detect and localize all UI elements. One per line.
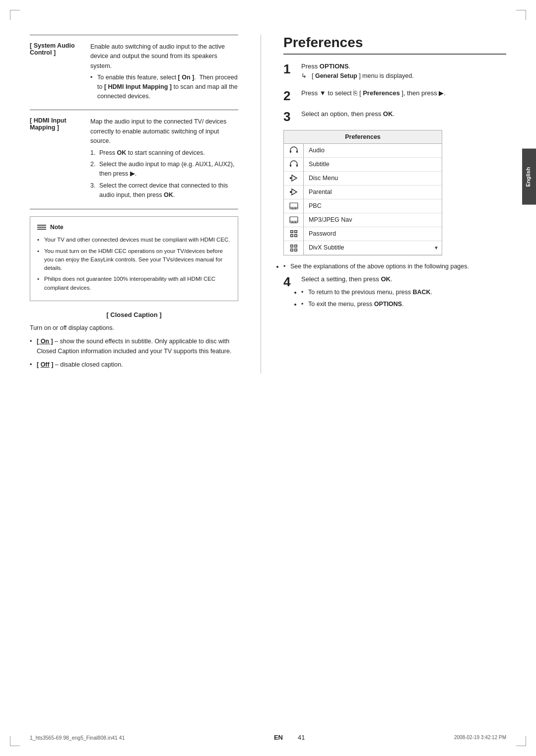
svg-rect-7	[290, 191, 291, 193]
mid-divider	[30, 110, 238, 110]
cc-item-on: [ On ] – show the sound effects in subti…	[30, 337, 238, 356]
step-4: 4 Select a setting, then press OK. To re…	[283, 274, 506, 312]
step-4-bullet-1: To return to the previous menu, press BA…	[301, 287, 506, 297]
svg-rect-30	[291, 245, 292, 247]
prefs-item-subtitle: Subtitle	[304, 158, 442, 172]
steps-container: 1 Press OPTIONS. [ General Setup ] menu …	[283, 62, 506, 312]
system-audio-bullet-1: To enable this feature, select [ On ]. T…	[90, 73, 238, 101]
prefs-item-audio: Audio	[304, 144, 442, 158]
system-audio-intro: Enable auto switching of audio input to …	[90, 42, 238, 71]
step-3-content: Select an option, then press OK.	[301, 109, 506, 119]
svg-rect-25	[295, 235, 296, 237]
prefs-item-mp3: MP3/JPEG Nav	[304, 213, 442, 227]
note-line-3	[37, 229, 46, 230]
note-title: Note	[50, 223, 64, 232]
svg-rect-0	[290, 150, 291, 153]
down-arrow-icon: ▼	[434, 245, 439, 251]
main-layout: [ System Audio Control ] Enable auto swi…	[30, 35, 506, 374]
step-2-content: Press ▼ to select ⎘ [ Preferences ], the…	[301, 88, 506, 98]
step-1-text: Press OPTIONS.	[301, 62, 506, 71]
prefs-icon-subtitle	[284, 158, 303, 172]
note-item-1: Your TV and other connected devices must…	[37, 236, 231, 244]
step-1-content: Press OPTIONS. [ General Setup ] menu is…	[301, 62, 506, 81]
svg-rect-31	[295, 245, 296, 247]
see-explanations-text: See the explanations of the above option…	[283, 261, 506, 271]
prefs-item-pbc: PBC	[304, 199, 442, 213]
prefs-icon-audio	[284, 144, 303, 158]
step-3: 3 Select an option, then press OK.	[283, 109, 506, 123]
note-header: Note	[37, 223, 231, 232]
note-line-1	[37, 225, 46, 226]
svg-rect-3	[296, 164, 298, 167]
svg-marker-6	[292, 189, 297, 195]
system-audio-content: Enable auto switching of audio input to …	[90, 42, 238, 103]
svg-rect-22	[291, 231, 292, 233]
hdmi-step-3: 3. Select the correct device that connec…	[90, 181, 238, 200]
svg-rect-23	[295, 231, 296, 233]
hdmi-input-content: Map the audio input to the connected TV/…	[90, 117, 238, 202]
step-1: 1 Press OPTIONS. [ General Setup ] menu …	[283, 62, 506, 81]
step-2-number: 2	[283, 89, 294, 102]
hdmi-step-1: 1. Press OK to start scanning of devices…	[90, 148, 238, 158]
footer-timestamp: 2008-02-19 3:42:12 PM	[454, 735, 506, 740]
prefs-icons-col	[284, 144, 304, 255]
footer-right-group: EN 41	[274, 734, 305, 741]
prefs-item-divx: DivX Subtitle ▼	[304, 241, 442, 255]
prefs-table-header: Preferences	[284, 130, 442, 144]
step-4-number: 4	[283, 275, 294, 288]
step-3-text: Select an option, then press OK.	[301, 109, 506, 119]
page-number: 41	[298, 734, 305, 741]
prefs-item-password: Password	[304, 227, 442, 241]
step-1-sub: [ General Setup ] menu is displayed.	[301, 71, 506, 81]
svg-rect-13	[290, 217, 298, 223]
note-item-2: You must turn on the HDMI CEC operations…	[37, 247, 231, 273]
prefs-icon-divx	[284, 241, 303, 255]
closed-caption-intro: Turn on or off display captions.	[30, 323, 238, 333]
page-container: [ System Audio Control ] Enable auto swi…	[0, 0, 536, 756]
hdmi-input-intro: Map the audio input to the connected TV/…	[90, 117, 238, 146]
prefs-item-discmenu: Disc Menu	[304, 172, 442, 186]
system-audio-label: [ System Audio Control ]	[30, 42, 84, 103]
section-title: Preferences	[283, 35, 506, 55]
closed-caption-content: Turn on or off display captions. [ On ] …	[30, 323, 238, 370]
svg-rect-24	[291, 235, 292, 237]
svg-rect-1	[296, 150, 298, 153]
svg-rect-5	[290, 177, 291, 179]
prefs-table: Preferences	[283, 130, 442, 255]
prefs-icon-discmenu	[284, 172, 303, 186]
note-icon	[37, 225, 46, 230]
right-column: Preferences 1 Press OPTIONS. [ General S…	[283, 35, 506, 374]
step-1-number: 1	[283, 63, 294, 75]
hdmi-input-label: [ HDMI Input Mapping ]	[30, 117, 84, 202]
note-list: Your TV and other connected devices must…	[37, 236, 231, 292]
step-4-bullet-2: To exit the menu, press OPTIONS.	[301, 299, 506, 309]
info-table: [ System Audio Control ] Enable auto swi…	[30, 42, 238, 202]
step-2: 2 Press ▼ to select ⎘ [ Preferences ], t…	[283, 88, 506, 102]
system-audio-bullets: To enable this feature, select [ On ]. T…	[90, 73, 238, 101]
svg-rect-8	[290, 203, 298, 209]
closed-caption-section: [ Closed Caption ] Turn on or off displa…	[30, 311, 238, 370]
prefs-icon-mp3	[284, 213, 303, 227]
step-4-bullets: To return to the previous menu, press BA…	[301, 287, 506, 309]
hdmi-steps-list: 1. Press OK to start scanning of devices…	[90, 148, 238, 200]
see-explanations-note: See the explanations of the above option…	[283, 261, 506, 271]
column-divider	[261, 35, 261, 374]
prefs-item-parental: Parental	[304, 186, 442, 199]
svg-marker-4	[292, 175, 297, 181]
hdmi-input-row: [ HDMI Input Mapping ] Map the audio inp…	[30, 117, 238, 202]
note-box: Note Your TV and other connected devices…	[30, 216, 238, 301]
cc-item-off: [ Off ] – disable closed caption.	[30, 360, 238, 370]
closed-caption-title: [ Closed Caption ]	[30, 311, 238, 318]
step-2-text: Press ▼ to select ⎘ [ Preferences ], the…	[301, 88, 506, 98]
svg-rect-2	[290, 164, 291, 167]
step-4-content: Select a setting, then press OK. To retu…	[301, 274, 506, 312]
prefs-icon-password	[284, 227, 303, 241]
prefs-items-col: Audio Subtitle Disc Menu Parental PBC MP…	[304, 144, 442, 255]
note-item-3: Philips does not guarantee 100% interope…	[37, 275, 231, 292]
svg-rect-33	[295, 249, 296, 251]
step-4-text: Select a setting, then press OK.	[301, 274, 506, 284]
note-divider	[30, 209, 238, 209]
system-audio-row: [ System Audio Control ] Enable auto swi…	[30, 42, 238, 103]
page-footer: 1_hts3565-69 98_eng5_Final808.in41 41 EN…	[30, 734, 506, 741]
prefs-icon-parental	[284, 186, 303, 199]
